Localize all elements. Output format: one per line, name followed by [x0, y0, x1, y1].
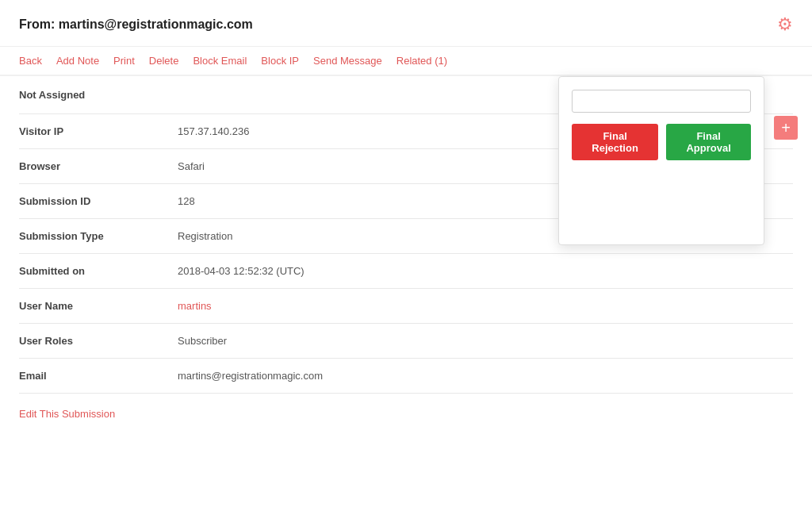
row-label: Submission Type: [19, 230, 178, 242]
row-value: martins@registrationmagic.com: [178, 370, 323, 382]
final-rejection-button[interactable]: Final Rejection: [572, 124, 658, 160]
table-row: User Namemartins: [19, 289, 793, 324]
main-content: Not Assigned Visitor IP157.37.140.236Bro…: [0, 76, 812, 434]
row-value: 128: [178, 195, 195, 207]
popup-spacer: [572, 168, 751, 232]
print-link[interactable]: Print: [113, 55, 135, 67]
row-label: User Name: [19, 300, 178, 312]
status-search-input[interactable]: [572, 90, 751, 113]
table-row: User RolesSubscriber: [19, 324, 793, 359]
plus-button[interactable]: +: [774, 116, 798, 140]
row-label: User Roles: [19, 335, 178, 347]
row-label: Email: [19, 370, 178, 382]
table-row: Emailmartins@registrationmagic.com: [19, 359, 793, 394]
row-value: Subscriber: [178, 335, 227, 347]
final-approval-button[interactable]: Final Approval: [666, 124, 751, 160]
table-row: Submitted on2018-04-03 12:52:32 (UTC): [19, 254, 793, 289]
send-message-link[interactable]: Send Message: [313, 55, 382, 67]
from-label: From: martins@registrationmagic.com: [19, 17, 253, 32]
add-note-link[interactable]: Add Note: [56, 55, 99, 67]
dropdown-buttons: Final Rejection Final Approval: [572, 124, 751, 160]
row-value: 157.37.140.236: [178, 125, 249, 137]
page-wrapper: From: martins@registrationmagic.com ⚙ Ba…: [0, 0, 812, 515]
block-ip-link[interactable]: Block IP: [261, 55, 299, 67]
row-value: Registration: [178, 230, 232, 242]
row-value: Safari: [178, 160, 205, 172]
block-email-link[interactable]: Block Email: [193, 55, 247, 67]
related-link[interactable]: Related (1): [396, 55, 447, 67]
status-dropdown-popup: Final Rejection Final Approval: [558, 76, 764, 245]
row-label: Browser: [19, 160, 178, 172]
row-value[interactable]: martins: [178, 300, 212, 312]
edit-submission-link[interactable]: Edit This Submission: [19, 394, 115, 434]
back-link[interactable]: Back: [19, 55, 42, 67]
header: From: martins@registrationmagic.com ⚙: [0, 0, 812, 47]
row-label: Submitted on: [19, 265, 178, 277]
delete-link[interactable]: Delete: [149, 55, 179, 67]
row-label: Visitor IP: [19, 125, 178, 137]
gear-icon[interactable]: ⚙: [777, 14, 793, 35]
row-value: 2018-04-03 12:52:32 (UTC): [178, 265, 304, 277]
row-label: Submission ID: [19, 195, 178, 207]
toolbar: Back Add Note Print Delete Block Email B…: [0, 47, 812, 76]
not-assigned-label: Not Assigned: [19, 89, 85, 101]
